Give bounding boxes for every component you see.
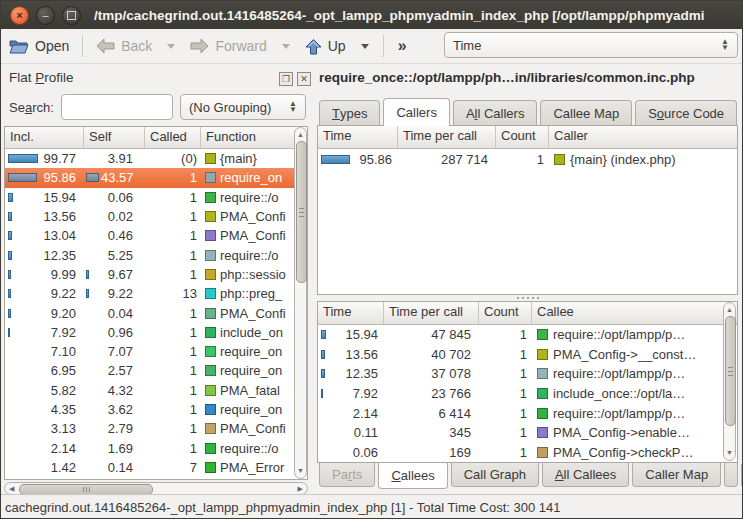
window-controls: × –	[1, 6, 81, 25]
incl-value: 12.35	[43, 248, 84, 263]
table-row[interactable]: 2.146 4141require::/opt/lampp/p…	[318, 403, 737, 423]
table-row[interactable]: 95.8643.571require_on	[5, 168, 307, 187]
column-header-function[interactable]: Function	[201, 127, 307, 148]
dock-float-icon[interactable]: ❐	[279, 72, 293, 86]
dock-close-icon[interactable]: ✕	[297, 72, 311, 86]
called-value: (0)	[145, 151, 201, 166]
tab-source-code[interactable]: Source Code	[635, 100, 737, 125]
scrollbar-thumb[interactable]	[725, 316, 736, 426]
toolbar-overflow-icon[interactable]: »	[398, 37, 407, 55]
tab-all-callees[interactable]: All Callees	[542, 463, 629, 487]
cost-bar	[86, 289, 89, 298]
function-type-icon	[537, 427, 548, 438]
self-value: 0.06	[108, 190, 145, 205]
time-per-call-value: 169	[384, 445, 479, 460]
table-row[interactable]: 1.420.147PMA_Error	[5, 458, 307, 477]
search-input[interactable]	[61, 94, 173, 120]
column-header-count[interactable]: Count	[496, 126, 549, 148]
tab-caller-map[interactable]: Caller Map	[632, 463, 721, 487]
table-row[interactable]: 9.229.2213php::preg_	[5, 284, 307, 303]
table-row[interactable]: 7.107.071require_on	[5, 342, 307, 361]
callees-vscrollbar[interactable]: ▲ ▼	[723, 302, 736, 461]
table-row[interactable]: 13.5640 7021PMA_Config->__const…	[318, 345, 737, 365]
column-header-time[interactable]: Time	[318, 302, 384, 324]
table-row[interactable]: 13.560.021PMA_Confi	[5, 207, 307, 226]
flat-profile-header: Incl.SelfCalledFunction	[5, 127, 307, 149]
scroll-right-icon[interactable]: ▶	[298, 483, 303, 494]
table-row[interactable]: 4.353.621require_on	[5, 400, 307, 419]
table-row[interactable]: 95.86287 7141{main} (index.php)	[318, 149, 737, 170]
table-row[interactable]: 15.940.061require::/o	[5, 188, 307, 207]
time-cell: 13.56	[318, 347, 384, 362]
count-value: 1	[479, 406, 532, 421]
column-header-caller[interactable]: Caller	[549, 126, 737, 148]
open-button[interactable]: Open	[1, 32, 76, 60]
column-header-self[interactable]: Self	[84, 127, 145, 148]
forward-button[interactable]: Forward	[183, 32, 273, 60]
minimize-icon[interactable]: –	[36, 6, 55, 25]
column-header-called[interactable]: Called	[145, 127, 201, 148]
tab-parts[interactable]: Parts	[319, 463, 375, 487]
tab-callers[interactable]: Callers	[383, 98, 449, 126]
forward-dropdown-icon[interactable]	[282, 44, 290, 49]
function-type-icon	[205, 308, 216, 319]
column-header-callee[interactable]: Callee	[532, 302, 737, 324]
column-header-incl-[interactable]: Incl.	[5, 127, 84, 148]
scroll-up-icon[interactable]: ▲	[724, 305, 735, 315]
back-dropdown-icon[interactable]	[167, 44, 175, 49]
scroll-down-icon[interactable]: ▼	[724, 448, 735, 458]
column-header-time-per-call[interactable]: Time per call	[398, 126, 496, 148]
back-arrow-icon	[96, 38, 115, 54]
table-row[interactable]: 99.773.91(0){main}	[5, 149, 307, 168]
table-row[interactable]: 9.999.671php::sessio	[5, 265, 307, 284]
callees-header: TimeTime per callCountCallee	[318, 302, 737, 325]
table-row[interactable]: 12.3537 0781require::/opt/lampp/p…	[318, 364, 737, 384]
tab-callee-map[interactable]: Callee Map	[540, 100, 632, 125]
up-dropdown-icon[interactable]	[361, 44, 369, 49]
function-type-icon	[554, 154, 565, 165]
column-header-time-per-call[interactable]: Time per call	[384, 302, 479, 324]
maximize-icon[interactable]	[62, 6, 81, 25]
titlebar[interactable]: × – /tmp/cachegrind.out.1416485264-_opt_…	[1, 1, 742, 29]
event-type-combo[interactable]: Time ▲▼	[444, 32, 738, 58]
table-row[interactable]: 0.113451PMA_Config->enable…	[318, 423, 737, 443]
table-row[interactable]: 5.824.321PMA_fatal	[5, 381, 307, 400]
table-row[interactable]: 6.952.571require_on	[5, 361, 307, 380]
top-tab-bar: TypesCallersAll CallersCallee MapSource …	[317, 97, 743, 125]
scroll-down-icon[interactable]: ▼	[295, 466, 306, 476]
table-row[interactable]: 15.9447 8451require::/opt/lampp/p…	[318, 325, 737, 345]
scroll-left-icon[interactable]: ◀	[9, 483, 14, 494]
table-row[interactable]: 7.920.961include_on	[5, 323, 307, 342]
self-value: 43.57	[101, 170, 145, 185]
back-button[interactable]: Back	[89, 32, 159, 60]
table-row[interactable]: 3.132.791PMA_Confi	[5, 419, 307, 438]
open-folder-icon	[8, 37, 29, 55]
function-type-icon	[205, 404, 216, 415]
scroll-up-icon[interactable]: ▲	[295, 130, 306, 140]
table-row[interactable]: 12.355.251require::/o	[5, 245, 307, 264]
flat-profile-vscrollbar[interactable]: ▲ ▼	[294, 127, 307, 479]
close-icon[interactable]: ×	[10, 6, 29, 25]
toolbar-separator	[383, 35, 384, 57]
tab-callees[interactable]: Callees	[378, 463, 447, 489]
column-header-time[interactable]: Time	[318, 126, 398, 148]
table-row[interactable]: 13.040.461PMA_Confi	[5, 226, 307, 245]
table-row[interactable]: 1.400.033PMA_Re	[5, 477, 307, 480]
function-cell: require::/o	[201, 190, 307, 205]
up-button[interactable]: Up	[298, 32, 353, 60]
tab-call-graph[interactable]: Call Graph	[451, 463, 539, 487]
table-row[interactable]: 2.141.691require::/o	[5, 438, 307, 457]
function-name: PMA_Error	[220, 460, 284, 475]
tab-types[interactable]: Types	[319, 100, 380, 125]
tab-m[interactable]: M	[724, 463, 738, 487]
column-header-count[interactable]: Count	[479, 302, 532, 324]
time-value: 13.56	[345, 347, 384, 362]
table-row[interactable]: 7.9223 7661include_once::/opt/la…	[318, 384, 737, 404]
table-row[interactable]: 0.061691PMA_Config->checkP…	[318, 443, 737, 463]
grouping-combo[interactable]: (No Grouping) ▲▼	[180, 94, 306, 120]
toolbar-separator	[82, 35, 83, 57]
table-row[interactable]: 9.200.041PMA_Confi	[5, 303, 307, 322]
tab-all-callers[interactable]: All Callers	[453, 100, 538, 125]
function-name: PMA_Config->checkP…	[553, 445, 694, 460]
scrollbar-thumb[interactable]	[296, 141, 307, 283]
